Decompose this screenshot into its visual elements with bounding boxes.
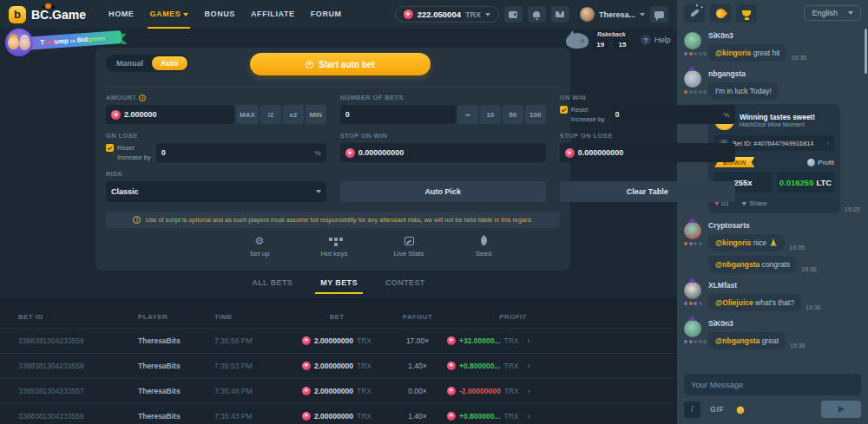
user-menu[interactable]: Theresa...	[580, 7, 645, 22]
user-medals	[684, 340, 707, 343]
chat-username[interactable]: SiK0n3	[708, 319, 861, 328]
stop-on-win-label: STOP ON WIN	[340, 132, 546, 140]
avatar[interactable]	[684, 282, 701, 299]
promo-ribbon: Tredump vs Bidgreen	[24, 30, 122, 50]
slash-commands-button[interactable]: /	[684, 401, 700, 418]
percent-suffix: %	[724, 111, 730, 119]
share-button[interactable]: Share	[741, 199, 767, 207]
nav-item-games[interactable]: GAMES	[149, 0, 188, 29]
on-lose-reset-checkbox[interactable]	[106, 144, 114, 152]
chevron-right-icon[interactable]	[528, 412, 530, 421]
info-icon[interactable]	[139, 95, 146, 101]
table-row[interactable]: 3388381304233558 TheresaBits 7:35:53 PM …	[0, 353, 677, 378]
start-auto-bet-button[interactable]: Start auto bet	[250, 53, 431, 75]
chat-sidebar: English SiK0n3 @kingoris great hit 19:35…	[677, 0, 868, 424]
share-icon	[740, 198, 749, 207]
tab-contest[interactable]: CONTEST	[385, 278, 425, 294]
page-scrollbar[interactable]	[865, 29, 867, 74]
chat-message: Cryptosarts @kingoris nice 🙏 19:35 @nbga…	[684, 221, 861, 273]
table-row[interactable]: 3388381304233556 TheresaBits 7:35:43 PM …	[0, 403, 677, 424]
amount-input[interactable]	[124, 110, 229, 119]
hotkeys-button[interactable]: Hot keys	[309, 235, 359, 258]
bets-infinite-button[interactable]: ∞	[457, 105, 478, 124]
help-button[interactable]: Help	[641, 35, 671, 45]
trx-coin-icon	[404, 10, 413, 19]
tab-my-bets[interactable]: MY BETS	[320, 278, 358, 294]
rakeback-widget[interactable]: Rakeback 19 : 15	[566, 30, 630, 49]
stop-on-lose-input[interactable]	[578, 148, 730, 157]
chat-bubble: @nbgangsta congrats	[708, 256, 797, 273]
amount-min-button[interactable]: MIN	[306, 105, 326, 124]
stop-on-win-field: STOP ON WIN	[340, 132, 546, 162]
manual-tab[interactable]: Manual	[108, 56, 152, 70]
mention[interactable]: @Oliejuice	[715, 298, 753, 307]
chat-username[interactable]: XLMfast	[708, 281, 861, 290]
bets-50-button[interactable]: 50	[503, 105, 523, 124]
gif-button[interactable]: GIF	[710, 405, 725, 414]
on-lose-increase-input[interactable]	[161, 148, 312, 157]
logo[interactable]: b BC.Game	[9, 6, 86, 23]
nav-item-home[interactable]: HOME	[108, 0, 134, 29]
avatar[interactable]	[684, 222, 701, 239]
promo-banner[interactable]: Tredump vs Bidgreen	[5, 29, 127, 58]
nav-item-forum[interactable]: FORUM	[311, 0, 342, 29]
chat-username[interactable]: nbgangsta	[708, 69, 861, 78]
number-of-bets-input-wrap	[340, 105, 456, 124]
auto-pick-button[interactable]: Auto Pick	[340, 181, 546, 202]
messages-button[interactable]	[551, 6, 569, 23]
language-selector[interactable]: English	[804, 5, 861, 21]
bets-100-button[interactable]: 100	[525, 105, 546, 124]
mention[interactable]: @kingoris	[715, 238, 751, 247]
chevron-right-icon[interactable]	[528, 336, 530, 345]
message-time: 19:35	[791, 55, 806, 62]
chevron-right-icon[interactable]	[528, 387, 530, 395]
risk-select[interactable]: Classic	[106, 181, 326, 202]
chat-contest-button[interactable]	[736, 4, 757, 23]
tab-all-bets[interactable]: ALL BETS	[252, 278, 293, 294]
setup-button[interactable]: Set up	[234, 235, 285, 258]
table-row[interactable]: 3388381304233559 TheresaBits 7:35:58 PM …	[0, 328, 677, 353]
bets-table: BET ID PLAYER TIME BET PAYOUT PROFIT 338…	[0, 299, 677, 424]
on-win-reset-checkbox[interactable]	[560, 106, 568, 114]
avatar[interactable]	[684, 70, 701, 88]
trophy-icon	[742, 10, 751, 16]
nav-item-affiliate[interactable]: AFFILIATE	[251, 0, 295, 29]
mention[interactable]: @nbgangsta	[715, 260, 760, 269]
bets-10-button[interactable]: 10	[480, 105, 501, 124]
mention[interactable]: @kingoris	[715, 49, 751, 57]
emoji-button[interactable]	[734, 403, 747, 415]
chat-bubble: @kingoris great hit	[708, 44, 786, 62]
send-message-button[interactable]	[821, 401, 861, 418]
mention[interactable]: @nbgangsta	[715, 336, 760, 345]
amount-input-wrap	[106, 105, 234, 124]
table-row[interactable]: 3388381304233557 TheresaBits 7:35:48 PM …	[0, 378, 677, 403]
chat-wand-button[interactable]	[684, 4, 705, 23]
wallet-button[interactable]	[504, 6, 523, 23]
auto-tab[interactable]: Auto	[152, 56, 187, 70]
avatar[interactable]	[684, 320, 701, 337]
chat-bubble: @Oliejuice what's that?	[708, 294, 801, 311]
chat-message-input[interactable]	[691, 380, 854, 389]
chevron-right-icon[interactable]	[528, 362, 530, 370]
on-win-increase-input[interactable]	[615, 110, 720, 119]
halloween-pumpkin-icon	[45, 3, 51, 9]
stop-on-win-input[interactable]	[358, 148, 541, 157]
number-of-bets-input[interactable]	[345, 110, 450, 119]
notifications-button[interactable]	[528, 6, 546, 23]
amount-max-button[interactable]: MAX	[236, 105, 259, 124]
amount-double-button[interactable]: x2	[283, 105, 304, 124]
amount-half-button[interactable]: /2	[260, 105, 281, 124]
chat-toggle-button[interactable]	[650, 6, 668, 23]
clear-table-button[interactable]: Clear Table	[560, 181, 735, 202]
message-time: 19:36	[806, 304, 821, 311]
seed-button[interactable]: Seed	[458, 235, 509, 258]
increase-by-label: Increase by	[571, 115, 605, 124]
nav-item-bonus[interactable]: BONUS	[204, 0, 235, 29]
live-stats-button[interactable]: Live Stats	[384, 235, 434, 258]
chat-fireball-button[interactable]	[710, 4, 731, 23]
balance-selector[interactable]: 222.050004 TRX	[395, 6, 499, 23]
rakeback-label: Rakeback	[593, 30, 630, 38]
avatar[interactable]	[684, 32, 701, 49]
chat-username[interactable]: Cryptosarts	[708, 221, 861, 230]
chat-username[interactable]: SiK0n3	[708, 31, 861, 40]
